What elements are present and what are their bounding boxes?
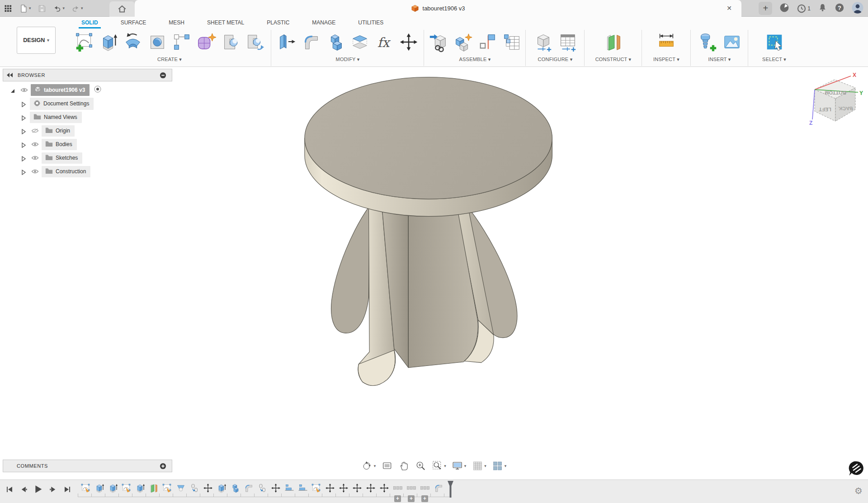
group-label-create[interactable]: CREATE ▾ — [68, 57, 271, 62]
group-label-inspect[interactable]: INSPECT ▾ — [642, 57, 691, 62]
insert-canvas-icon[interactable] — [720, 30, 744, 54]
create-form-icon[interactable] — [194, 30, 218, 54]
timeline-feature-align-icon[interactable] — [284, 483, 295, 494]
tab-surface[interactable]: SURFACE — [120, 18, 147, 28]
orbit-icon[interactable]: ▾ — [361, 460, 377, 472]
expand-arrow-icon[interactable] — [21, 169, 26, 174]
revolve-icon[interactable] — [121, 30, 145, 54]
group-label-insert[interactable]: INSERT ▾ — [691, 57, 748, 62]
timeline-feature-extrude-icon[interactable] — [94, 483, 105, 494]
new-component-icon[interactable] — [451, 30, 475, 54]
joint-icon[interactable] — [475, 30, 500, 54]
group-label-configure[interactable]: CONFIGURE ▾ — [526, 57, 585, 62]
eye-hidden-icon[interactable] — [30, 128, 40, 133]
extensions-icon[interactable] — [779, 3, 789, 14]
comments-panel-header[interactable]: COMMENTS — [3, 460, 172, 472]
display-settings-icon[interactable]: ▾ — [451, 460, 467, 472]
activate-component-radio[interactable] — [94, 85, 101, 95]
browser-item-root[interactable]: tabouret1906 v3 — [3, 83, 172, 97]
pan-icon[interactable] — [397, 460, 410, 472]
timeline-feature-move-icon[interactable] — [338, 483, 349, 494]
browser-item-bodies[interactable]: Bodies — [3, 138, 172, 151]
offset-face-icon[interactable] — [348, 30, 372, 54]
timeline-feature-move-icon[interactable] — [352, 483, 363, 494]
help-icon[interactable]: ? — [835, 3, 844, 14]
file-menu-button[interactable]: ▾ — [19, 4, 31, 13]
expand-arrow-icon[interactable] — [10, 87, 15, 93]
expand-group-button[interactable]: + — [408, 495, 415, 502]
create-base-feature-icon[interactable] — [218, 30, 243, 54]
group-label-select[interactable]: SELECT ▾ — [748, 57, 800, 62]
bom-table-icon[interactable] — [500, 30, 524, 54]
timeline-feature-group-icon[interactable] — [406, 483, 417, 494]
eye-visible-icon[interactable] — [30, 155, 40, 161]
step-back-button[interactable] — [19, 484, 28, 494]
redo-button[interactable]: ▾ — [71, 4, 83, 13]
timeline-feature-combine-icon[interactable] — [230, 483, 241, 494]
undo-button[interactable]: ▾ — [53, 4, 65, 13]
timeline-feature-copy-icon[interactable] — [257, 483, 268, 494]
tab-utilities[interactable]: UTILITIES — [357, 18, 384, 28]
configuration-icon[interactable] — [531, 30, 555, 54]
home-tab[interactable] — [109, 1, 135, 17]
expand-arrow-icon[interactable] — [21, 155, 26, 161]
eye-visible-icon[interactable] — [30, 169, 40, 174]
timeline-feature-copy-icon[interactable] — [189, 483, 200, 494]
close-tab-icon[interactable]: ✕ — [725, 4, 733, 12]
timeline-feature-fillet-icon[interactable] — [433, 483, 444, 494]
save-button[interactable] — [38, 4, 47, 13]
create-derive-icon[interactable] — [243, 30, 267, 54]
go-to-start-button[interactable] — [5, 484, 14, 494]
browser-item-document-settings[interactable]: Document Settings — [3, 97, 172, 110]
avatar[interactable] — [852, 2, 863, 15]
viewport-canvas[interactable]: BOTTOM LEFT BACK X Y Z BROWSER tabouret1… — [0, 67, 868, 479]
viewports-icon[interactable]: ▾ — [491, 460, 508, 472]
group-label-modify[interactable]: MODIFY ▾ — [271, 57, 424, 62]
timeline-feature-fillet-icon[interactable] — [243, 483, 254, 494]
grid-settings-icon[interactable]: ▾ — [471, 460, 487, 472]
expand-group-button[interactable]: + — [394, 495, 401, 502]
insert-component-icon[interactable] — [426, 30, 451, 54]
timeline-track[interactable] — [78, 494, 449, 497]
browser-panel-header[interactable]: BROWSER — [3, 69, 172, 81]
group-label-construct[interactable]: CONSTRUCT ▾ — [585, 57, 642, 62]
press-pull-icon[interactable] — [274, 30, 299, 54]
extrude-icon[interactable] — [96, 30, 121, 54]
timeline-playhead[interactable] — [447, 480, 455, 500]
timeline-feature-group-icon[interactable] — [392, 483, 403, 494]
expand-arrow-icon[interactable] — [21, 128, 26, 133]
fit-icon[interactable]: ▾ — [431, 460, 447, 472]
tab-manage[interactable]: MANAGE — [311, 18, 336, 28]
configuration-table-icon[interactable] — [555, 30, 580, 54]
timeline-feature-move-icon[interactable] — [203, 483, 213, 494]
look-at-icon[interactable] — [381, 460, 393, 472]
tab-mesh[interactable]: MESH — [168, 18, 185, 28]
timeline-feature-plane-icon[interactable] — [148, 483, 159, 494]
go-to-end-button[interactable] — [62, 484, 72, 494]
timeline-feature-extrude-icon[interactable] — [135, 483, 146, 494]
collapse-panel-icon[interactable] — [7, 73, 13, 77]
measure-icon[interactable] — [654, 30, 679, 54]
timeline-feature-sketch-icon[interactable] — [311, 483, 322, 494]
timeline-feature-move-icon[interactable] — [270, 483, 281, 494]
eye-visible-icon[interactable] — [30, 142, 40, 147]
job-status-button[interactable]: 1 — [797, 4, 811, 14]
browser-item-sketches[interactable]: Sketches — [3, 151, 172, 165]
construction-plane-icon[interactable] — [601, 30, 626, 54]
tab-solid[interactable]: SOLID — [80, 18, 99, 28]
tab-plastic[interactable]: PLASTIC — [266, 18, 290, 28]
timeline-feature-sketch-icon[interactable] — [80, 483, 91, 494]
zoom-icon[interactable] — [414, 460, 427, 472]
expand-group-button[interactable]: + — [421, 495, 428, 502]
timeline-feature-group-icon[interactable] — [420, 483, 430, 494]
hole-icon[interactable] — [145, 30, 170, 54]
timeline-settings-gear-icon[interactable]: ⚙ — [854, 485, 863, 496]
notifications-bell-icon[interactable] — [818, 3, 827, 14]
add-comment-icon[interactable] — [160, 463, 166, 470]
expand-arrow-icon[interactable] — [21, 114, 26, 120]
rectangular-pattern-icon[interactable] — [170, 30, 194, 54]
stool-model[interactable] — [253, 68, 597, 461]
browser-options-icon[interactable] — [160, 72, 166, 79]
browser-item-construction[interactable]: Construction — [3, 165, 172, 178]
timeline-feature-sketch-icon[interactable] — [162, 483, 173, 494]
